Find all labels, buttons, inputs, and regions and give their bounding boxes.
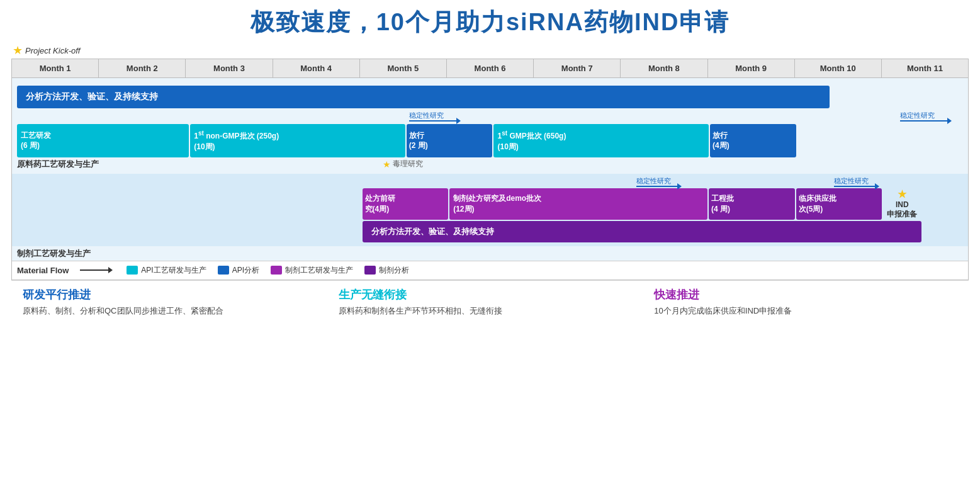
timeline-header: Month 1Month 2Month 3Month 4Month 5Month… <box>11 59 969 78</box>
page-title: 极致速度，10个月助力siRNA药物IND申请 <box>11 6 969 38</box>
formulation-section: 稳定性研究 稳定性研究 处方前研 <box>12 174 968 246</box>
summary-seamless-desc: 原料药和制剂各生产环节环环相扣、无缝衔接 <box>339 305 642 317</box>
summary-parallel: 研发平行推进 原料药、制剂、分析和QC团队同步推进工作、紧密配合 <box>16 287 332 317</box>
release2-bar: 放行 (4周) <box>710 124 796 157</box>
summary-parallel-desc: 原料药、制剂、分析和QC团队同步推进工作、紧密配合 <box>23 305 326 317</box>
summary-fast-desc: 10个月内完成临床供应和IND申报准备 <box>654 305 957 317</box>
form-stability-row: 稳定性研究 稳定性研究 <box>17 176 963 188</box>
star-icon: ★ <box>13 43 23 57</box>
gantt-area: 分析方法开发、验证、及持续支持 稳定性研究 稳定性研究 <box>11 78 969 280</box>
summary-fast: 快速推进 10个月内完成临床供应和IND申报准备 <box>648 287 964 317</box>
api-analysis-section: 分析方法开发、验证、及持续支持 <box>12 83 968 111</box>
legend-row: Material Flow API工艺研发与生产 API分析 制剂工艺研发与生产… <box>12 261 968 280</box>
legend-form-process-box <box>271 266 282 275</box>
month-cell: Month 9 <box>708 59 795 77</box>
legend-api-analysis: API分析 <box>218 265 259 276</box>
month-cell: Month 3 <box>186 59 273 77</box>
formulation-dev-bar: 制剂处方研究及demo批次 (12周) <box>449 188 707 220</box>
formulation-section-label: 制剂工艺研发与生产 <box>17 249 91 258</box>
summary-row: 研发平行推进 原料药、制剂、分析和QC团队同步推进工作、紧密配合 生产无缝衔接 … <box>11 280 969 320</box>
api-process-section-label: 原料药工艺研发与生产 <box>17 159 99 170</box>
month-cell: Month 1 <box>12 59 99 77</box>
legend-api-analysis-label: API分析 <box>232 265 259 276</box>
month-cell: Month 5 <box>360 59 447 77</box>
month-cell: Month 4 <box>273 59 360 77</box>
clinical-supply-bar: 临床供应批 次(5周) <box>796 188 882 220</box>
ind-badge: ★ IND申报准备 <box>883 188 921 220</box>
legend-api-process-label: API工艺研发与生产 <box>141 265 206 276</box>
page: 极致速度，10个月助力siRNA药物IND申请 ★ Project Kick-o… <box>0 0 980 493</box>
toxicology-star-icon: ★ <box>383 159 391 169</box>
legend-api-analysis-box <box>218 266 229 275</box>
toxicology-label: 毒理研究 <box>393 159 423 169</box>
month-cell: Month 6 <box>447 59 534 77</box>
stability-label-2: 稳定性研究 <box>900 111 935 120</box>
form-stability-label-2: 稳定性研究 <box>834 176 869 186</box>
legend-form-analysis: 制剂分析 <box>364 265 409 276</box>
summary-seamless: 生产无缝衔接 原料药和制剂各生产环节环环相扣、无缝衔接 <box>332 287 648 317</box>
kickoff-label: Project Kick-off <box>25 46 80 55</box>
legend-form-process: 制剂工艺研发与生产 <box>271 265 353 276</box>
legend-api-process-box <box>127 266 138 275</box>
api-process-label-row: 原料药工艺研发与生产 ★ 毒理研究 <box>12 157 968 171</box>
legend-api-process: API工艺研发与生产 <box>127 265 206 276</box>
form-stability-label-1: 稳定性研究 <box>636 176 671 186</box>
kickoff-row: ★ Project Kick-off <box>11 43 969 57</box>
stability-arrows-row: 稳定性研究 稳定性研究 <box>12 111 968 124</box>
material-flow-arrow <box>80 269 111 271</box>
summary-seamless-title: 生产无缝衔接 <box>339 287 642 302</box>
engineering-batch-bar: 工程批 (4 周) <box>709 188 795 220</box>
api-analysis-bar: 分析方法开发、验证、及持续支持 <box>17 86 830 108</box>
month-cell: Month 10 <box>795 59 882 77</box>
legend-form-process-label: 制剂工艺研发与生产 <box>285 265 353 276</box>
legend-form-analysis-label: 制剂分析 <box>379 265 409 276</box>
release1-bar: 放行 (2 周) <box>407 124 493 157</box>
formulation-analysis-bar: 分析方法开发、验证、及持续支持 <box>363 221 921 242</box>
gmp-batch-bar: 1st GMP批次 (650g) (10周) <box>493 124 709 157</box>
legend-form-analysis-box <box>364 266 376 275</box>
process-dev-bar: 工艺研发 (6 周) <box>17 124 189 157</box>
month-cell: Month 11 <box>882 59 968 77</box>
stability-label-1: 稳定性研究 <box>409 111 444 120</box>
month-cell: Month 7 <box>534 59 621 77</box>
ind-star-icon: ★ <box>898 188 906 200</box>
month-cell: Month 2 <box>99 59 186 77</box>
summary-parallel-title: 研发平行推进 <box>23 287 326 302</box>
material-flow-label: Material Flow <box>17 266 69 275</box>
ind-label: IND申报准备 <box>887 200 917 220</box>
non-gmp-bar: 1st non-GMP批次 (250g) (10周) <box>190 124 405 157</box>
formulation-analysis-row: 分析方法开发、验证、及持续支持 <box>17 221 963 242</box>
formulation-section-label-row: 制剂工艺研发与生产 <box>12 246 968 261</box>
api-process-bars: 工艺研发 (6 周) 1st non-GMP批次 (250g) (10周) 放行… <box>12 124 968 157</box>
month-cell: Month 8 <box>621 59 707 77</box>
summary-fast-title: 快速推进 <box>654 287 957 302</box>
preformulation-bar: 处方前研 究(4周) <box>363 188 449 220</box>
formulation-bars-row1: 处方前研 究(4周) 制剂处方研究及demo批次 (12周) 工程批 (4 周)… <box>17 188 963 220</box>
